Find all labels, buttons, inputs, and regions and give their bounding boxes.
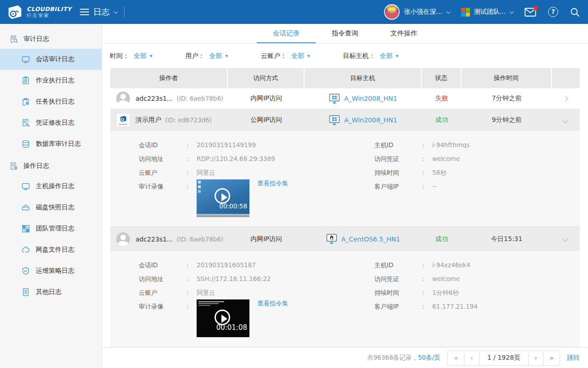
chevron-down-icon xyxy=(113,9,118,14)
operator-name: adc223s1... xyxy=(136,236,173,243)
tab-command-query[interactable]: 指令查询 xyxy=(316,24,374,43)
doc-search-icon xyxy=(9,34,18,44)
host-link[interactable]: A_Win2008_HN1 xyxy=(344,95,397,102)
team-icon[interactable] xyxy=(461,8,470,17)
page-next-button[interactable]: › xyxy=(528,351,543,365)
sidebar-item-job-exec-log[interactable]: 作业执行日志 xyxy=(0,70,102,91)
jump-link[interactable]: 跳转 xyxy=(567,354,580,362)
sidebar-item-other-log[interactable]: 其他日志 xyxy=(0,282,102,303)
sidebar-item-team-management-log[interactable]: 团队管理日志 xyxy=(0,218,102,239)
team-name[interactable]: 测试团队... xyxy=(474,8,506,16)
page-size-select[interactable]: 50条/页 xyxy=(418,354,441,362)
table-row[interactable]: adc223s1... (ID: 6aeb78b6) 内网IP访问 A_Win2… xyxy=(110,88,580,109)
status-badge: 成功 xyxy=(422,116,462,124)
sidebar-item-disk-snapshot-log[interactable]: 磁盘快照日志 xyxy=(0,197,102,218)
view-commands-link[interactable]: 查看指令集 xyxy=(257,179,288,187)
filter-user-label: 用户： xyxy=(186,52,205,60)
chevron-down-icon xyxy=(562,236,568,242)
detail-label: 云账户 xyxy=(139,286,187,299)
brand-logo-icon xyxy=(6,4,23,21)
filter-user-value: 全部 xyxy=(209,52,222,60)
status-badge: 成功 xyxy=(422,235,462,243)
filter-cloud-account[interactable]: 云账户： 全部 ▾ xyxy=(261,52,310,60)
page-indicator: 1 / 1928页 xyxy=(479,351,528,365)
sidebar-item-ops-policy-log[interactable]: 运维策略日志 xyxy=(0,260,102,282)
tab-session-records[interactable]: 会话记录 xyxy=(257,24,316,43)
sidebar-item-task-exec-log[interactable]: 任务执行日志 xyxy=(0,91,102,112)
clipboard-icon xyxy=(21,76,30,85)
filter-cloud-account-label: 云账户： xyxy=(261,52,287,60)
help-button[interactable]: ? xyxy=(548,7,558,17)
operator-id: (ID: 6aeb78b6) xyxy=(176,95,223,102)
sidebar-section-operation: 操作日志 xyxy=(0,156,102,176)
filter-target-host-value: 全部 xyxy=(380,52,393,60)
sidebar-item-credential-change-log[interactable]: 凭证修改日志 xyxy=(0,112,102,133)
access-type: 公网IP访问 xyxy=(228,116,305,124)
host-id: i-94hfthmqs xyxy=(432,138,469,152)
session-id: 201903191149199 xyxy=(197,138,256,152)
host-link[interactable]: A_CentOS6.5_HN1 xyxy=(341,236,400,243)
access-address: SSH://172.18.11.166:22 xyxy=(197,272,271,286)
sidebar-item-session-audit-log[interactable]: 会话审计日志 xyxy=(0,49,102,70)
detail-label: 访问凭证 xyxy=(374,272,422,286)
view-commands-link[interactable]: 查看指令集 xyxy=(257,299,288,307)
page-prev-button[interactable]: ‹ xyxy=(464,351,479,365)
filter-user[interactable]: 用户： 全部 ▾ xyxy=(186,52,228,60)
monitor-icon xyxy=(21,182,30,191)
page-last-button[interactable]: » xyxy=(543,351,560,365)
detail-label: 会话ID xyxy=(139,138,187,152)
video-duration: 00:01:08 xyxy=(216,321,247,334)
tab-file-operations[interactable]: 文件操作 xyxy=(374,24,433,43)
table-header: 操作者 访问方式 目标主机 状态 操作时间 xyxy=(110,68,580,88)
access-credential: welcome xyxy=(432,272,460,286)
detail-label: 访问地址 xyxy=(139,152,187,166)
sidebar-item-label: 磁盘快照日志 xyxy=(36,203,74,212)
operator-avatar-logo xyxy=(116,113,130,127)
dropdown-arrow-icon: ▾ xyxy=(307,53,310,59)
detail-label: 访问凭证 xyxy=(374,152,422,166)
notification-dot xyxy=(534,6,538,11)
windows-host-icon xyxy=(329,93,340,104)
dropdown-arrow-icon: ▾ xyxy=(150,53,153,59)
hamburger-icon[interactable] xyxy=(80,7,89,17)
sidebar-item-label: 网盘文件日志 xyxy=(36,246,74,254)
doc-icon xyxy=(21,288,30,297)
filter-cloud-account-value: 全部 xyxy=(291,52,304,60)
nav-menu-logs[interactable]: 日志 xyxy=(93,6,117,17)
chevron-down-icon xyxy=(562,117,568,123)
desktop-icons-decoration xyxy=(198,181,201,184)
audit-video-thumbnail[interactable]: 00:00:58 xyxy=(197,179,249,217)
sidebar-item-label: 任务执行日志 xyxy=(36,98,74,106)
user-avatar[interactable] xyxy=(384,4,400,20)
host-link[interactable]: A_Win2008_HN1 xyxy=(344,116,397,124)
disk-snapshot-icon xyxy=(21,203,30,212)
access-credential: welcome xyxy=(432,152,460,166)
mail-button[interactable] xyxy=(525,8,536,17)
col-target-host: 目标主机 xyxy=(305,68,422,88)
table-row[interactable]: 演示用户 (ID: ed6723d6) 公网IP访问 A_Win2008_HN1 xyxy=(110,109,580,131)
page: CLOUDBILITY 行云管家 日志 张小强在深... 测试团队... xyxy=(0,0,588,368)
page-first-button[interactable]: « xyxy=(448,351,464,365)
sidebar-item-database-audit-log[interactable]: 数据库审计日志 xyxy=(0,133,102,155)
video-duration: 00:00:58 xyxy=(219,199,247,213)
user-name[interactable]: 张小强在深... xyxy=(404,8,442,16)
detail-label: 主机ID xyxy=(374,258,422,272)
detail-label: 持续时间 xyxy=(374,166,422,179)
dropdown-arrow-icon: ▾ xyxy=(226,53,228,59)
filter-target-host[interactable]: 目标主机： 全部 ▾ xyxy=(343,52,399,60)
table-row[interactable]: adc223s1... (ID: 6aeb78b6) 内网IP访问 xyxy=(110,227,580,251)
search-button[interactable] xyxy=(570,7,580,17)
pagination-bar: 共96368条记录， 50条/页 « ‹ 1 / 1928页 › » 跳转 xyxy=(102,347,588,368)
session-duration: 1分钟8秒 xyxy=(432,286,459,299)
search-icon xyxy=(570,7,580,17)
sidebar-item-host-operation-log[interactable]: 主机操作日志 xyxy=(0,176,102,197)
detail-label: 会话ID xyxy=(139,258,187,272)
sidebar-item-netdisk-file-log[interactable]: 网盘文件日志 xyxy=(0,239,102,260)
operator-avatar xyxy=(116,232,130,246)
tabs-bar: 会话记录 指令查询 文件操作 xyxy=(102,24,588,44)
filter-time[interactable]: 时间： 全部 ▾ xyxy=(110,52,153,60)
status-badge: 失败 xyxy=(422,94,462,103)
audit-video-thumbnail[interactable]: 00:01:08 xyxy=(197,299,249,337)
detail-label: 持续时间 xyxy=(374,286,422,299)
main-content: 会话记录 指令查询 文件操作 时间： 全部 ▾ 用户： 全部 ▾ 云账户： 全部 xyxy=(102,24,588,368)
